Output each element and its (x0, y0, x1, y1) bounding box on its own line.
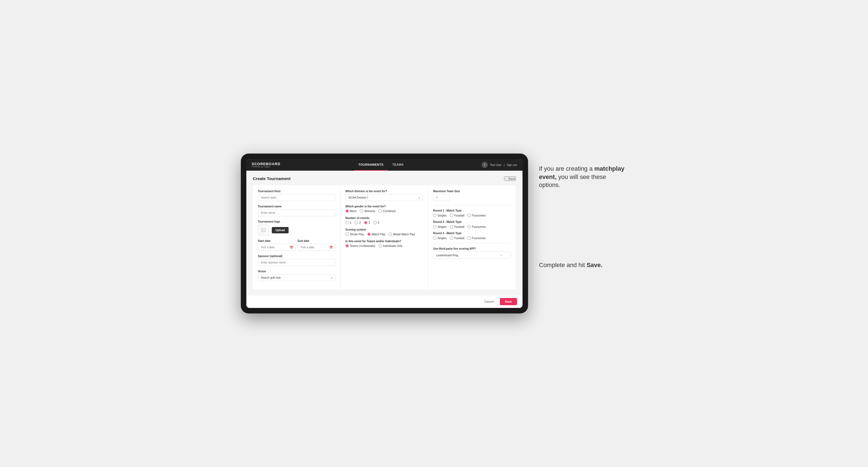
scoring-stroke-option[interactable]: Stroke Play (345, 232, 364, 236)
start-date-wrapper: 📅 (258, 244, 296, 251)
division-select[interactable]: NCAA Division I (345, 194, 423, 201)
round2-fourball-radio[interactable] (450, 225, 453, 228)
rounds-4-radio[interactable] (373, 221, 377, 224)
start-date-group: Start date 📅 (258, 240, 296, 251)
round2-singles-radio[interactable] (433, 225, 436, 228)
form-column-3: Maximum Team Size Round 1 - Match Type S… (428, 185, 516, 289)
gender-label: Which gender is the event for? (345, 205, 423, 208)
round2-singles-label: Singles (437, 225, 446, 228)
gender-womens-label: Womens (364, 210, 375, 213)
teams-label: Is this event for Teams and/or Individua… (345, 240, 423, 243)
individuals-only-option[interactable]: Individuals Only (379, 244, 403, 247)
api-clear-button[interactable]: × (500, 253, 502, 257)
teams-plus-individuals-option[interactable]: Teams (+Individuals) (345, 244, 375, 247)
svg-rect-0 (261, 228, 266, 232)
venue-select[interactable]: Search golf club (258, 274, 335, 281)
round1-foursomes-radio[interactable] (468, 214, 471, 217)
nav-tabs: TOURNAMENTS TEAMS (354, 159, 408, 171)
tournament-host-group: Tournament Host (258, 190, 335, 201)
rounds-4-option[interactable]: 4 (373, 221, 379, 224)
round3-fourball-radio[interactable] (450, 237, 453, 240)
round1-fourball-option[interactable]: Fourball (450, 214, 464, 217)
gender-mens-label: Mens (350, 210, 356, 213)
teams-plus-individuals-label: Teams (+Individuals) (350, 244, 375, 247)
round3-foursomes-radio[interactable] (468, 237, 471, 240)
tab-teams[interactable]: TEAMS (388, 159, 408, 171)
gender-mens-radio[interactable] (345, 209, 349, 213)
rounds-2-radio[interactable] (354, 221, 358, 224)
form-column-1: Tournament Host Tournament name Tourname… (253, 185, 341, 289)
round2-singles-option[interactable]: Singles (433, 225, 446, 228)
rounds-1-radio[interactable] (345, 221, 349, 224)
annotations: If you are creating a matchplay event, y… (539, 154, 627, 269)
annotation-top-text1: If you are creating a (539, 165, 595, 172)
page-title: Create Tournament (253, 176, 290, 181)
scoring-stroke-radio[interactable] (345, 232, 349, 236)
brand-subtitle: Powered by clippit (252, 166, 281, 168)
division-label: Which division is the event for? (345, 190, 423, 193)
round1-foursomes-option[interactable]: Foursomes (468, 214, 486, 217)
round3-singles-radio[interactable] (433, 237, 436, 240)
max-team-size-input[interactable] (433, 194, 450, 201)
end-date-label: End date (298, 240, 335, 243)
rounds-radio-group: 1 2 3 (345, 221, 423, 224)
individuals-only-radio[interactable] (379, 244, 382, 247)
gender-mens-option[interactable]: Mens (345, 209, 356, 213)
gender-combined-label: Combined (383, 210, 396, 213)
create-tournament-form: Tournament Host Tournament name Tourname… (253, 185, 516, 289)
tab-tournaments[interactable]: TOURNAMENTS (354, 159, 388, 171)
round1-singles-option[interactable]: Singles (433, 214, 446, 217)
round3-foursomes-option[interactable]: Foursomes (468, 237, 486, 240)
gender-combined-radio[interactable] (379, 209, 382, 213)
scoring-match-radio[interactable] (367, 232, 371, 236)
gender-combined-option[interactable]: Combined (379, 209, 396, 213)
gender-group: Which gender is the event for? Mens Wome… (345, 205, 423, 213)
tournament-name-input[interactable] (258, 209, 335, 216)
brand-logo: SCOREBOARD Powered by clippit (252, 162, 281, 168)
upload-button[interactable]: Upload (272, 227, 289, 234)
form-column-2: Which division is the event for? NCAA Di… (341, 185, 428, 289)
cancel-button[interactable]: Cancel (481, 298, 497, 305)
teams-plus-individuals-radio[interactable] (345, 244, 349, 247)
main-content: Create Tournament ← Back Tournament Host… (246, 171, 523, 295)
save-button[interactable]: Save (500, 298, 517, 305)
gender-womens-radio[interactable] (360, 209, 363, 213)
round1-section: Round 1 - Match Type Singles Fourball (433, 209, 510, 217)
top-navigation: SCOREBOARD Powered by clippit TOURNAMENT… (246, 159, 523, 171)
round2-section: Round 2 - Match Type Singles Fourball (433, 220, 510, 228)
round1-fourball-radio[interactable] (450, 214, 453, 217)
round3-singles-option[interactable]: Singles (433, 237, 446, 240)
max-team-size-label: Maximum Team Size (433, 190, 510, 193)
division-select-wrapper: NCAA Division I (345, 194, 423, 201)
sign-out-link[interactable]: Sign out (507, 163, 517, 166)
scoring-match-option[interactable]: Match Play (367, 232, 385, 236)
start-date-label: Start date (258, 240, 296, 243)
round1-singles-radio[interactable] (433, 214, 436, 217)
back-button[interactable]: ← Back (504, 177, 516, 181)
round3-fourball-label: Fourball (454, 237, 464, 240)
round2-fourball-option[interactable]: Fourball (450, 225, 464, 228)
rounds-4-label: 4 (378, 221, 379, 224)
rounds-2-label: 2 (359, 221, 361, 224)
logo-placeholder (258, 224, 269, 236)
round3-fourball-option[interactable]: Fourball (450, 237, 464, 240)
scoring-radio-group: Stroke Play Match Play Medal Match Play (345, 232, 423, 236)
round1-fourball-label: Fourball (454, 214, 464, 217)
nav-user-area: T Test User | Sign out (482, 162, 517, 168)
annotation-bottom-text1: Complete and hit (539, 261, 587, 269)
scoring-medal-radio[interactable] (389, 232, 392, 236)
sponsor-input[interactable] (258, 259, 335, 266)
annotation-bottom-bold: Save. (587, 261, 602, 269)
calendar-icon: 📅 (289, 246, 293, 249)
round2-foursomes-radio[interactable] (468, 225, 471, 228)
rounds-2-option[interactable]: 2 (354, 221, 361, 224)
scoring-medal-option[interactable]: Medal Match Play (389, 232, 415, 236)
rounds-1-option[interactable]: 1 (345, 221, 351, 224)
api-select-field[interactable]: Leaderboard King × (433, 252, 510, 259)
gender-womens-option[interactable]: Womens (360, 209, 375, 213)
rounds-3-radio[interactable] (364, 221, 367, 224)
tournament-host-input[interactable] (258, 194, 335, 201)
round1-singles-label: Singles (437, 214, 446, 217)
rounds-3-option[interactable]: 3 (364, 221, 370, 224)
round2-foursomes-option[interactable]: Foursomes (468, 225, 486, 228)
